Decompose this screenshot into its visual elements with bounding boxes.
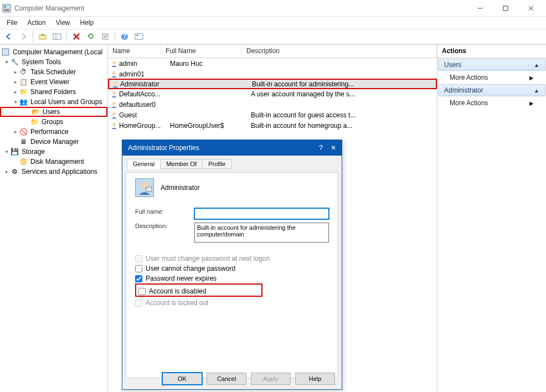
app-icon [2,4,11,13]
dialog-help-icon[interactable]: ? [319,144,323,152]
svg-rect-1 [4,6,6,8]
cell-fullname: HomeGroupUser$ [170,122,251,130]
chk-never-expires[interactable]: Password never expires [135,275,329,282]
cancel-button[interactable]: Cancel [207,373,246,385]
ok-button[interactable]: OK [162,373,202,385]
export-button[interactable] [99,30,112,43]
actions-section-users[interactable]: Users▲ [438,59,545,71]
actions-more-users[interactable]: More Actions▶ [437,71,546,84]
tree-performance[interactable]: ▸🚫Performance [0,127,107,137]
user-row[interactable]: admin01 [108,69,437,79]
dialog-username: Administrator [161,184,200,192]
back-button[interactable] [2,30,16,43]
svg-point-20 [114,81,117,85]
cell-name: HomeGroup... [118,122,170,130]
menu-help[interactable]: Help [76,18,99,28]
svg-point-24 [112,123,116,126]
tree-pane: Computer Management (Local ▾🔧System Tool… [0,45,108,391]
chk-account-disabled[interactable]: Account is disabled [138,287,259,295]
tab-memberof[interactable]: Member Of [160,159,203,169]
help-button[interactable]: ? [118,30,131,43]
toolbar: ? [0,29,546,44]
cell-name: Guest [118,111,170,119]
svg-rect-2 [4,9,9,11]
user-icon [108,60,118,68]
svg-rect-16 [136,35,138,36]
description-input[interactable] [194,223,329,243]
actions-pane: Actions Users▲ More Actions▶ Administrat… [437,45,546,391]
chk-cannot-change[interactable]: User cannot change password [135,265,329,272]
user-row[interactable]: Guest Built-in account for guest access … [108,110,437,120]
tree-root[interactable]: Computer Management (Local [0,47,107,57]
user-row[interactable]: admin Mauro Huc [108,58,437,69]
tree-shared-folders[interactable]: ▸📁Shared Folders [0,87,107,97]
forward-button[interactable] [17,30,30,43]
tree-device-manager[interactable]: 🖥Device Manager [0,137,107,147]
col-name[interactable]: Name [108,45,161,58]
user-row[interactable]: Administrator Built-in account for admin… [108,79,437,89]
tree-local-users-groups[interactable]: ▾👥Local Users and Groups [0,97,107,107]
cell-name: defaultuser0 [118,101,170,109]
show-hide-tree-button[interactable] [50,30,64,43]
svg-point-18 [112,61,116,64]
tree-groups[interactable]: 📁Groups [0,117,107,127]
tree-event-viewer[interactable]: ▸📋Event Viewer [0,77,107,87]
collapse-icon: ▲ [534,87,539,94]
menu-action[interactable]: Action [23,18,50,28]
properties-button[interactable] [132,30,146,43]
up-button[interactable] [36,30,49,43]
cell-name: admin01 [118,70,170,78]
dialog-titlebar[interactable]: Administrator Properties ? ✕ [122,140,342,156]
actions-title: Actions [437,45,546,58]
tab-profile[interactable]: Profile [202,159,231,169]
user-row[interactable]: HomeGroup... HomeGroupUser$ Built-in acc… [108,120,437,131]
svg-point-21 [112,91,116,95]
window-titlebar: Computer Management [0,0,546,17]
cell-description: A user account managed by the s... [251,90,437,98]
close-button[interactable] [518,0,544,17]
menubar: File Action View Help [0,17,546,29]
tree-system-tools[interactable]: ▾🔧System Tools [0,57,107,67]
svg-rect-7 [39,35,46,39]
chevron-right-icon: ▶ [529,75,534,81]
user-icon [108,90,118,98]
tree-services-apps[interactable]: ▸⚙Services and Applications [0,167,107,177]
cell-name: Administrator [119,80,171,88]
tree-disk-management[interactable]: 📀Disk Management [0,157,107,167]
tree-task-scheduler[interactable]: ▸⏱Task Scheduler [0,67,107,77]
svg-rect-17 [2,49,9,55]
delete-button[interactable] [70,30,83,43]
menu-file[interactable]: File [2,18,22,28]
minimize-button[interactable] [467,0,493,17]
cell-description: Built-in account for administering... [252,80,436,88]
tree-users[interactable]: 📂Users [0,107,107,117]
fullname-input[interactable] [194,208,329,219]
cell-name: DefaultAcco... [118,90,170,98]
description-label: Description: [135,223,194,229]
apply-button[interactable]: Apply [251,373,291,385]
col-description[interactable]: Description [242,45,437,58]
tree-storage[interactable]: ▾💾Storage [0,147,107,157]
collapse-icon: ▲ [534,62,539,68]
col-fullname[interactable]: Full Name [161,45,242,58]
user-icon [108,111,118,119]
actions-more-admin[interactable]: More Actions▶ [437,97,546,109]
user-row[interactable]: DefaultAcco... A user account managed by… [108,89,437,99]
tab-general[interactable]: General [127,159,161,169]
maximize-button[interactable] [493,0,518,17]
user-icon [108,70,118,78]
refresh-button[interactable] [84,30,97,43]
chk-must-change: User must change password at next logon [135,255,329,262]
svg-rect-26 [146,187,152,192]
list-body: admin Mauro Huc admin01 Administrator Bu… [108,58,437,131]
user-icon [109,80,119,88]
dialog-close-icon[interactable]: ✕ [331,144,336,152]
user-icon [135,178,154,197]
menu-view[interactable]: View [51,18,75,28]
actions-section-admin[interactable]: Administrator▲ [438,84,545,96]
svg-point-19 [112,71,116,75]
chk-locked-out: Account is locked out [135,299,329,307]
help-button[interactable]: Help [295,373,335,385]
svg-rect-8 [53,34,61,39]
user-row[interactable]: defaultuser0 [108,99,437,110]
